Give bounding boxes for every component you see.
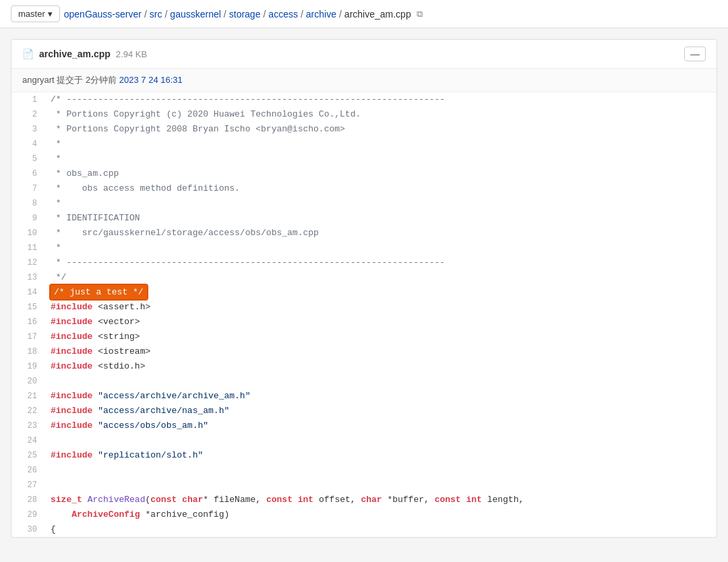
line-code: #include "access/archive/nas_am.h" bbox=[45, 404, 717, 418]
file-panel: 📄 archive_am.cpp 2.94 KB — angryart 提交于 … bbox=[11, 39, 717, 538]
table-row: 14/* just a test */ bbox=[11, 285, 717, 300]
file-type-icon: 📄 bbox=[22, 49, 34, 59]
table-row: 12 * -----------------------------------… bbox=[11, 255, 717, 270]
line-code: */ bbox=[45, 270, 717, 285]
line-number[interactable]: 9 bbox=[11, 211, 45, 226]
line-code: /* just a test */ bbox=[45, 285, 717, 300]
line-code: * bbox=[45, 241, 717, 255]
table-row: 21#include "access/archive/archive_am.h" bbox=[11, 389, 717, 404]
highlighted-code-text: /* just a test */ bbox=[51, 285, 147, 299]
line-number[interactable]: 16 bbox=[11, 315, 45, 330]
sep-5: / bbox=[301, 9, 303, 20]
line-number[interactable]: 28 bbox=[11, 493, 45, 507]
line-number[interactable]: 3 bbox=[11, 122, 45, 137]
sep-1: / bbox=[144, 9, 147, 20]
file-header: 📄 archive_am.cpp 2.94 KB — bbox=[11, 40, 717, 69]
table-row: 28size_t ArchiveRead(const char* fileNam… bbox=[11, 493, 717, 507]
table-row: 26 bbox=[11, 463, 717, 478]
line-number[interactable]: 10 bbox=[11, 226, 45, 241]
table-row: 16#include <vector> bbox=[11, 315, 717, 330]
line-number[interactable]: 20 bbox=[11, 374, 45, 389]
table-row: 24 bbox=[11, 433, 717, 448]
breadcrumb-openGauss-server[interactable]: openGauss-server bbox=[64, 9, 142, 20]
line-number[interactable]: 15 bbox=[11, 300, 45, 315]
line-number[interactable]: 21 bbox=[11, 389, 45, 404]
commit-prefix: 提交于 2分钟前 bbox=[57, 75, 117, 85]
line-number[interactable]: 5 bbox=[11, 152, 45, 166]
line-code bbox=[45, 463, 717, 478]
table-row: 15#include <assert.h> bbox=[11, 300, 717, 315]
table-row: 7 * obs access method definitions. bbox=[11, 181, 717, 196]
line-number[interactable]: 24 bbox=[11, 433, 45, 448]
line-number[interactable]: 30 bbox=[11, 522, 45, 537]
file-name: archive_am.cpp bbox=[39, 49, 111, 59]
line-code: #include "replication/slot.h" bbox=[45, 448, 717, 463]
breadcrumb-src[interactable]: src bbox=[150, 9, 162, 20]
line-number[interactable]: 4 bbox=[11, 137, 45, 152]
line-code: #include <iostream> bbox=[45, 344, 717, 359]
table-row: 4 * bbox=[11, 137, 717, 152]
line-code: * bbox=[45, 137, 717, 152]
table-row: 9 * IDENTIFICATION bbox=[11, 211, 717, 226]
table-row: 27 bbox=[11, 478, 717, 493]
line-code: * IDENTIFICATION bbox=[45, 211, 717, 226]
branch-selector[interactable]: master ▾ bbox=[11, 5, 60, 22]
code-container: 1/* ------------------------------------… bbox=[11, 92, 717, 537]
file-header-left: 📄 archive_am.cpp 2.94 KB bbox=[22, 49, 147, 59]
line-code: * obs access method definitions. bbox=[45, 181, 717, 196]
line-code: * Portions Copyright 2008 Bryan Ischo <b… bbox=[45, 122, 717, 137]
line-number[interactable]: 22 bbox=[11, 404, 45, 418]
breadcrumb-gausskernel[interactable]: gausskernel bbox=[170, 9, 221, 20]
line-code: * bbox=[45, 152, 717, 166]
breadcrumb-storage[interactable]: storage bbox=[229, 9, 261, 20]
line-code: ArchiveConfig *archive_config) bbox=[45, 507, 717, 522]
commit-author: angryart bbox=[22, 75, 55, 85]
line-number[interactable]: 25 bbox=[11, 448, 45, 463]
sep-3: / bbox=[224, 9, 226, 20]
line-code: #include "access/obs/obs_am.h" bbox=[45, 418, 717, 433]
line-number[interactable]: 23 bbox=[11, 418, 45, 433]
line-number[interactable]: 1 bbox=[11, 92, 45, 107]
line-code: * Portions Copyright (c) 2020 Huawei Tec… bbox=[45, 107, 717, 122]
line-number[interactable]: 2 bbox=[11, 107, 45, 122]
line-number[interactable]: 14 bbox=[11, 285, 45, 300]
line-code: #include <string> bbox=[45, 330, 717, 344]
line-code: #include <stdio.h> bbox=[45, 359, 717, 374]
table-row: 1/* ------------------------------------… bbox=[11, 92, 717, 107]
line-code: * --------------------------------------… bbox=[45, 255, 717, 270]
line-code bbox=[45, 374, 717, 389]
line-code: size_t ArchiveRead(const char* fileName,… bbox=[45, 493, 717, 507]
line-number[interactable]: 13 bbox=[11, 270, 45, 285]
line-code: #include "access/archive/archive_am.h" bbox=[45, 389, 717, 404]
line-number[interactable]: 18 bbox=[11, 344, 45, 359]
line-number[interactable]: 7 bbox=[11, 181, 45, 196]
line-number[interactable]: 8 bbox=[11, 196, 45, 211]
line-code: #include <assert.h> bbox=[45, 300, 717, 315]
line-number[interactable]: 11 bbox=[11, 241, 45, 255]
table-row: 17#include <string> bbox=[11, 330, 717, 344]
breadcrumb-archive[interactable]: archive bbox=[306, 9, 336, 20]
collapse-button[interactable]: — bbox=[684, 46, 706, 61]
line-number[interactable]: 29 bbox=[11, 507, 45, 522]
line-code bbox=[45, 478, 717, 493]
line-code: { bbox=[45, 522, 717, 537]
line-number[interactable]: 27 bbox=[11, 478, 45, 493]
copy-path-icon[interactable]: ⧉ bbox=[417, 9, 423, 20]
line-number[interactable]: 19 bbox=[11, 359, 45, 374]
table-row: 29 ArchiveConfig *archive_config) bbox=[11, 507, 717, 522]
line-number[interactable]: 17 bbox=[11, 330, 45, 344]
line-number[interactable]: 26 bbox=[11, 463, 45, 478]
line-code: #include <vector> bbox=[45, 315, 717, 330]
table-row: 19#include <stdio.h> bbox=[11, 359, 717, 374]
table-row: 5 * bbox=[11, 152, 717, 166]
line-code: * obs_am.cpp bbox=[45, 166, 717, 181]
line-code: * bbox=[45, 196, 717, 211]
line-code: /* -------------------------------------… bbox=[45, 92, 717, 107]
line-number[interactable]: 12 bbox=[11, 255, 45, 270]
line-number[interactable]: 6 bbox=[11, 166, 45, 181]
branch-chevron-icon: ▾ bbox=[48, 9, 53, 19]
commit-time[interactable]: 2023 7 24 16:31 bbox=[119, 75, 183, 85]
breadcrumb-access[interactable]: access bbox=[268, 9, 298, 20]
table-row: 23#include "access/obs/obs_am.h" bbox=[11, 418, 717, 433]
table-row: 2 * Portions Copyright (c) 2020 Huawei T… bbox=[11, 107, 717, 122]
